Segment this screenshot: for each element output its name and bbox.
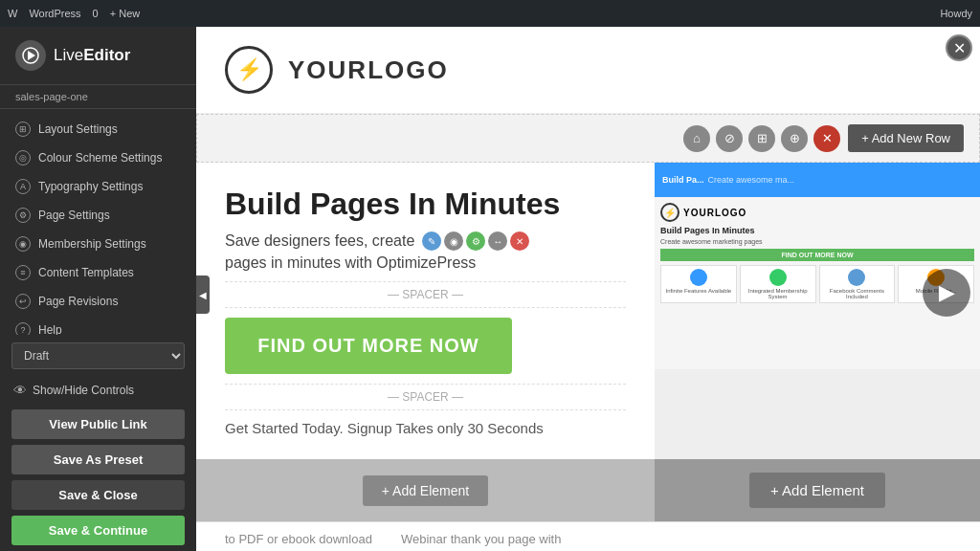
preview-play-area: ▶ [923,269,970,317]
preview-top-text: Build Pa... [662,175,704,185]
sidebar: LiveEditor sales-page-one ⊞ Layout Setti… [0,27,196,551]
element-settings-btn[interactable]: ◉ [444,231,463,251]
element-move-btn[interactable]: ↔ [488,231,507,251]
add-element-row: + Add Element + Add Element [196,459,980,521]
preview-feature-2: Facebook Comments Included [819,265,896,303]
view-public-link-button[interactable]: View Public Link [11,409,185,439]
colour-icon: ◎ [15,150,31,165]
preview-logo-row: ⚡ YOURLOGO [660,203,974,222]
spacer-1: — SPACER — [225,281,626,308]
row-icon-remove[interactable]: ✕ [813,125,840,152]
preview-cta-btn: FIND OUT MORE NOW [660,249,974,261]
save-close-button[interactable]: Save & Close [11,480,185,510]
preview-screenshot: Build Pa... Create awesome ma... ⚡ YOURL… [655,163,980,459]
layout-icon: ⊞ [15,121,31,137]
preview-top-sub: Create awesome ma... [708,175,795,185]
sidebar-logo-text: LiveEditor [54,46,130,65]
preview-logo-icon: ⚡ [660,203,679,222]
wp-site-name[interactable]: WordPress [29,8,80,19]
wp-logo[interactable]: W [8,8,17,19]
bottom-strip-item-1: to PDF or ebook download [225,532,372,546]
row-icon-home[interactable]: ⌂ [683,125,710,152]
sidebar-item-layout[interactable]: ⊞ Layout Settings [0,115,196,143]
brand-logo-text: YOURLOGO [288,55,449,85]
sidebar-action-buttons: View Public Link Save As Preset Save & C… [0,404,196,551]
row-icon-group: ⌂ ⊘ ⊞ ⊕ ✕ [683,125,840,152]
preview-play-btn[interactable]: ▶ [923,269,970,317]
page-name-label: sales-page-one [0,85,196,109]
save-continue-button[interactable]: Save & Continue [11,516,185,545]
wp-new[interactable]: + New [110,8,141,19]
content-col-right: Build Pa... Create awesome ma... ⚡ YOURL… [655,163,980,459]
wp-howdy[interactable]: Howdy [940,8,972,19]
brand-logo-circle: ⚡ [225,46,273,94]
preview-feature-1: Integrated Membership System [740,265,816,303]
help-icon: ? [15,322,31,335]
page-settings-icon: ⚙ [15,208,31,223]
bottom-strip-item-2: Webinar thank you page with [401,532,561,546]
sidebar-item-colour[interactable]: ◎ Colour Scheme Settings [0,143,196,172]
element-gear-btn[interactable]: ⚙ [466,231,485,251]
wp-admin-bar: W WordPress 0 + New Howdy [0,0,980,27]
bottom-strip: to PDF or ebook download Webinar thank y… [196,521,980,551]
spacer-2: — SPACER — [225,384,626,410]
templates-icon: ≡ [15,265,31,280]
main-content: ✕ ⚡ YOURLOGO ⌂ ⊘ ⊞ ⊕ ✕ + Add New Row [196,27,980,551]
revisions-icon: ↩ [15,294,31,309]
add-element-right-button[interactable]: + Add Element [749,473,885,508]
sidebar-logo-area: LiveEditor [0,27,196,85]
sidebar-item-page[interactable]: ⚙ Page Settings [0,201,196,230]
sidebar-item-help[interactable]: ? Help [0,316,196,335]
sidebar-item-templates[interactable]: ≡ Content Templates [0,258,196,287]
sidebar-item-typography[interactable]: A Typography Settings [0,172,196,201]
content-row: Build Pages In Minutes Save designers fe… [196,163,980,459]
typography-icon: A [15,179,31,194]
sidebar-menu: ⊞ Layout Settings ◎ Colour Scheme Settin… [0,109,196,335]
edit-element-btn[interactable]: ✎ [422,231,441,251]
add-new-row-button[interactable]: + Add New Row [848,124,964,152]
cta-button[interactable]: FIND OUT MORE NOW [225,318,512,374]
show-hide-controls[interactable]: 👁 Show/Hide Controls [0,377,196,404]
add-element-right: + Add Element [655,459,980,521]
subheadline-area: Save designers fees, create ✎ ◉ ⚙ ↔ ✕ pa… [225,231,626,272]
sidebar-item-revisions[interactable]: ↩ Page Revisions [0,287,196,316]
bottom-text: Get Started Today. Signup Takes only 30 … [225,420,626,436]
element-controls: ✎ ◉ ⚙ ↔ ✕ [422,231,529,251]
live-editor-icon [15,40,46,71]
preview-logo-text: YOURLOGO [683,208,746,218]
preview-body: ⚡ YOURLOGO Build Pages In Minutes Create… [655,197,980,369]
membership-icon: ◉ [15,236,31,252]
add-element-left: + Add Element [196,459,655,521]
headline-text: Build Pages In Minutes [225,186,626,222]
content-col-left: Build Pages In Minutes Save designers fe… [196,163,655,459]
eye-icon: 👁 [13,383,27,398]
row-icon-slash[interactable]: ⊘ [716,125,743,152]
draft-select[interactable]: Draft [11,342,185,369]
sidebar-toggle[interactable]: ◀ [196,276,210,314]
preview-headline: Build Pages In Minutes [660,226,974,235]
editor-area: ⚡ YOURLOGO ⌂ ⊘ ⊞ ⊕ ✕ + Add New Row Build… [196,27,980,551]
preview-feature-0: Infinite Features Available [660,265,737,303]
preview-subtext: Create awesome marketing pages [660,238,974,245]
page-header: ⚡ YOURLOGO [196,27,980,114]
row-icon-grid[interactable]: ⊞ [748,125,775,152]
close-button[interactable]: ✕ [946,34,972,61]
sidebar-item-membership[interactable]: ◉ Membership Settings [0,230,196,258]
row-icon-plus-circle[interactable]: ⊕ [781,125,808,152]
add-element-left-button[interactable]: + Add Element [363,475,488,506]
row-controls-bar: ⌂ ⊘ ⊞ ⊕ ✕ + Add New Row [196,114,980,163]
wp-comments[interactable]: 0 [93,8,99,19]
chevron-icon: ◀ [199,290,207,300]
save-as-preset-button[interactable]: Save As Preset [11,445,185,474]
preview-top-bar: Build Pa... Create awesome ma... [655,163,980,197]
element-delete-btn[interactable]: ✕ [510,231,529,251]
